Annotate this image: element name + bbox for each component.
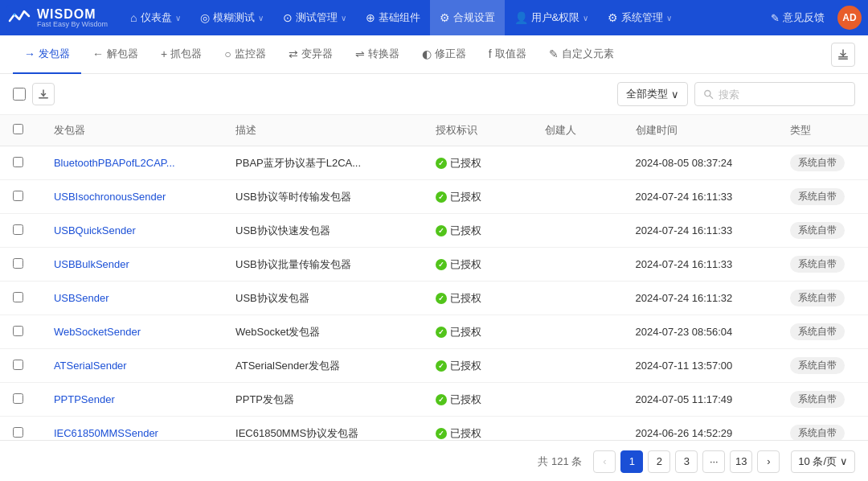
row-checkbox[interactable] bbox=[13, 427, 23, 438]
monitor-tab-icon: ○ bbox=[224, 47, 231, 60]
download-button[interactable] bbox=[32, 83, 55, 105]
table-row: PPTPSender PPTP发包器 已授权 2024-07-05 11:17:… bbox=[0, 383, 868, 417]
auth-badge: 已授权 bbox=[436, 291, 481, 306]
page-2-button[interactable]: 2 bbox=[648, 450, 670, 473]
row-name-link[interactable]: USBBulkSender bbox=[54, 258, 129, 270]
nav-item-system[interactable]: ⚙ 系统管理 ∨ bbox=[598, 0, 682, 35]
header-checkbox[interactable] bbox=[13, 124, 23, 134]
page-size-label: 10 条/页 bbox=[798, 454, 837, 469]
page-1-button[interactable]: 1 bbox=[620, 450, 643, 473]
th-time: 创建时间 bbox=[623, 115, 777, 146]
nav-label-fuzzy: 模糊测试 bbox=[213, 10, 255, 25]
nav-right: ✎ 意见反馈 AD bbox=[764, 6, 862, 30]
row-creator-cell bbox=[532, 214, 623, 248]
page-size-select[interactable]: 10 条/页 ∨ bbox=[791, 450, 855, 473]
row-checkbox[interactable] bbox=[13, 191, 23, 201]
nav-item-fuzzy[interactable]: ◎ 模糊测试 ∨ bbox=[190, 0, 273, 35]
nav-item-dashboard[interactable]: ⌂ 仪表盘 ∨ bbox=[121, 0, 190, 35]
row-checkbox[interactable] bbox=[13, 393, 23, 404]
row-creator-cell bbox=[532, 248, 623, 282]
th-check bbox=[0, 115, 41, 146]
nav-item-testmgmt[interactable]: ⊙ 测试管理 ∨ bbox=[273, 0, 356, 35]
toolbar-left bbox=[13, 83, 55, 105]
nav-item-users[interactable]: 👤 用户&权限 ∨ bbox=[505, 0, 599, 35]
nav-label-testmgmt: 测试管理 bbox=[296, 10, 338, 25]
row-time-cell: 2024-07-24 16:11:33 bbox=[623, 180, 777, 214]
tab-transformer-label: 变异器 bbox=[301, 47, 333, 61]
row-check-cell bbox=[0, 349, 41, 383]
nav-label-users: 用户&权限 bbox=[531, 10, 580, 25]
row-name-cell: USBIsochronousSender bbox=[41, 180, 223, 214]
row-name-link[interactable]: PPTPSender bbox=[54, 393, 115, 405]
logo-icon bbox=[6, 5, 32, 31]
th-type: 类型 bbox=[777, 115, 868, 146]
row-check-cell bbox=[0, 282, 41, 315]
page-size-caret: ∨ bbox=[840, 455, 848, 467]
row-desc-cell: PPTP发包器 bbox=[223, 383, 423, 417]
row-checkbox[interactable] bbox=[13, 157, 23, 167]
export-button[interactable] bbox=[831, 43, 855, 67]
avatar[interactable]: AD bbox=[837, 6, 862, 30]
row-name-link[interactable]: ATSerialSender bbox=[54, 360, 127, 372]
th-desc: 描述 bbox=[223, 115, 423, 146]
row-name-link[interactable]: USBQuickSender bbox=[54, 224, 136, 236]
prev-page-button[interactable]: ‹ bbox=[593, 450, 616, 473]
row-name-link[interactable]: USBSender bbox=[54, 292, 109, 304]
row-name-link[interactable]: BluetoothPBAPofL2CAP... bbox=[54, 157, 175, 169]
row-checkbox[interactable] bbox=[13, 360, 23, 370]
logo: WISDOM Fast Easy By Wisdom bbox=[6, 5, 108, 31]
feedback-button[interactable]: ✎ 意见反馈 bbox=[764, 10, 831, 25]
type-filter-select[interactable]: 全部类型 ∨ bbox=[617, 82, 688, 106]
tab-valuegetter[interactable]: f 取值器 bbox=[477, 35, 538, 74]
tab-custom[interactable]: ✎ 自定义元素 bbox=[538, 35, 625, 74]
tab-monitor[interactable]: ○ 监控器 bbox=[213, 35, 276, 74]
tab-decoder[interactable]: ← 解包器 bbox=[81, 35, 149, 74]
tab-decoder-label: 解包器 bbox=[107, 47, 138, 61]
row-time-cell: 2024-08-05 08:37:24 bbox=[623, 146, 777, 180]
type-badge: 系统自带 bbox=[790, 154, 845, 171]
row-name-link[interactable]: IEC61850MMSSender bbox=[54, 427, 158, 439]
next-page-button[interactable]: › bbox=[757, 450, 780, 473]
tab-converter[interactable]: ⇌ 转换器 bbox=[344, 35, 411, 74]
page-3-button[interactable]: 3 bbox=[675, 450, 698, 473]
nav-item-basecomp[interactable]: ⊕ 基础组件 bbox=[356, 0, 430, 35]
caret-users: ∨ bbox=[583, 14, 588, 23]
type-filter-label: 全部类型 bbox=[626, 87, 668, 101]
row-creator-cell bbox=[532, 146, 623, 180]
tab-sender[interactable]: → 发包器 bbox=[13, 35, 81, 74]
table-body: BluetoothPBAPofL2CAP... PBAP蓝牙协议基于L2CA..… bbox=[0, 146, 868, 441]
row-name-cell: WebSocketSender bbox=[41, 315, 223, 349]
row-time-cell: 2024-06-26 14:52:29 bbox=[623, 417, 777, 441]
auth-dot-icon bbox=[436, 428, 447, 439]
row-desc-cell: PBAP蓝牙协议基于L2CA... bbox=[223, 146, 423, 180]
tab-transformer[interactable]: ⇄ 变异器 bbox=[277, 35, 344, 74]
auth-dot-icon bbox=[436, 394, 447, 405]
nav-items: ⌂ 仪表盘 ∨ ◎ 模糊测试 ∨ ⊙ 测试管理 ∨ ⊕ 基础组件 ⚙ 合规设置 … bbox=[121, 0, 764, 35]
search-input[interactable] bbox=[719, 88, 846, 101]
row-name-link[interactable]: USBIsochronousSender bbox=[54, 191, 166, 203]
page-ellipsis[interactable]: ··· bbox=[702, 450, 725, 473]
svg-rect-2 bbox=[838, 56, 848, 58]
row-checkbox[interactable] bbox=[13, 292, 23, 302]
row-auth-cell: 已授权 bbox=[423, 146, 532, 180]
nav-item-compliance[interactable]: ⚙ 合规设置 bbox=[430, 0, 505, 35]
fuzzy-icon: ◎ bbox=[200, 11, 210, 24]
row-checkbox[interactable] bbox=[13, 224, 23, 235]
select-all-checkbox[interactable] bbox=[13, 88, 26, 101]
table-row: USBIsochronousSender USB协议等时传输发包器 已授权 20… bbox=[0, 180, 868, 214]
row-checkbox[interactable] bbox=[13, 258, 23, 269]
row-time-cell: 2024-07-05 11:17:49 bbox=[623, 383, 777, 417]
caret-system: ∨ bbox=[666, 14, 672, 23]
table-container: 发包器 描述 授权标识 创建人 创建时间 类型 BluetoothPBAPofL… bbox=[0, 115, 868, 440]
row-name-link[interactable]: WebSocketSender bbox=[54, 326, 141, 338]
tab-capture[interactable]: + 抓包器 bbox=[149, 35, 213, 74]
auth-label: 已授权 bbox=[450, 393, 481, 407]
row-checkbox[interactable] bbox=[13, 326, 23, 336]
page-13-button[interactable]: 13 bbox=[730, 450, 752, 473]
tab-modifier[interactable]: ◐ 修正器 bbox=[411, 35, 477, 74]
row-creator-cell bbox=[532, 315, 623, 349]
logo-sub: Fast Easy By Wisdom bbox=[37, 21, 108, 28]
data-table: 发包器 描述 授权标识 创建人 创建时间 类型 BluetoothPBAPofL… bbox=[0, 115, 868, 440]
system-icon: ⚙ bbox=[608, 11, 618, 24]
svg-rect-3 bbox=[838, 58, 848, 60]
